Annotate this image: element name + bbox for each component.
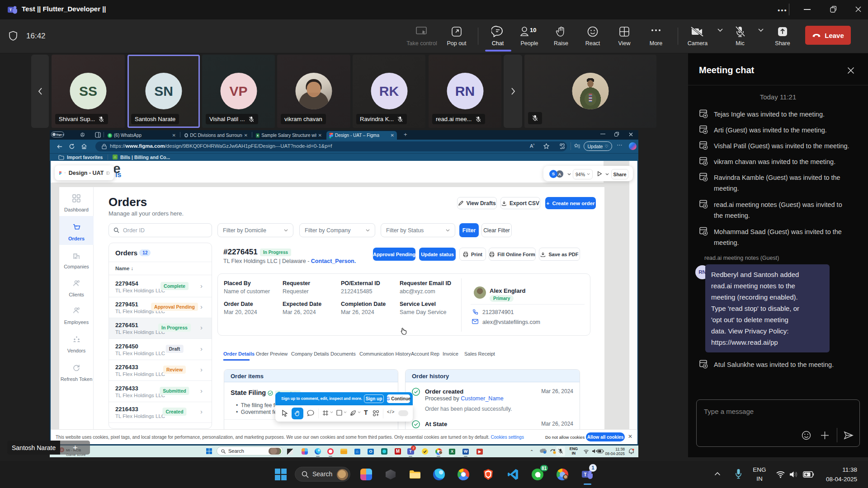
svg-text:T: T <box>9 8 12 12</box>
svg-text:10: 10 <box>530 27 536 33</box>
